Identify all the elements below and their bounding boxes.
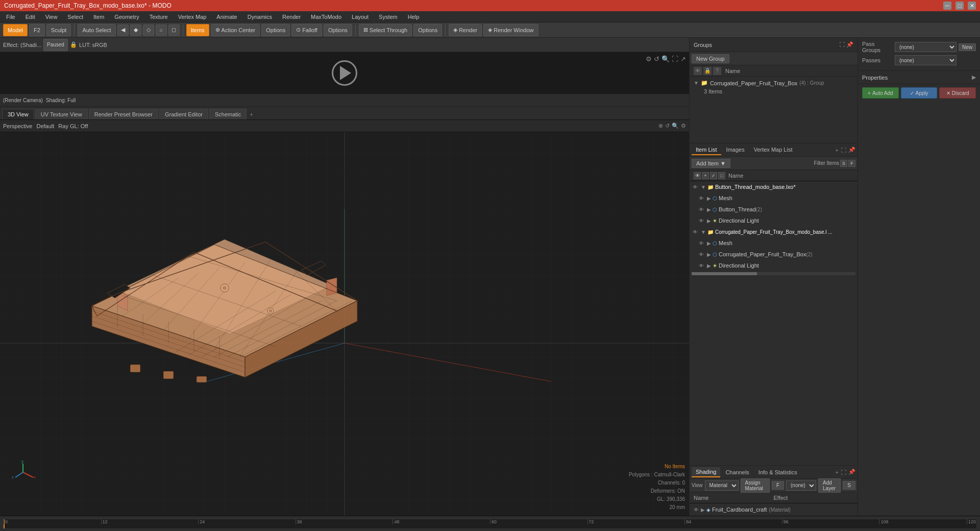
tool-icon-1[interactable]: ◀ (117, 25, 129, 36)
shading-pin-icon[interactable]: 📌 (848, 469, 855, 475)
new-group-btn[interactable]: New Group (692, 54, 729, 63)
items-btn[interactable]: Items (186, 24, 209, 36)
item-row[interactable]: 👁 ▼ 📁 Button_Thread_modo_base.lxo* (690, 181, 857, 192)
menu-texture[interactable]: Texture (145, 13, 172, 21)
tab-renderpresetbrowser[interactable]: Render Preset Browser (89, 109, 158, 119)
menu-render[interactable]: Render (278, 13, 305, 21)
new-pass-btn[interactable]: New (959, 43, 976, 51)
tab-shading[interactable]: Shading (692, 467, 720, 477)
settings-icon[interactable]: ⚙ (646, 55, 652, 63)
search-icon[interactable]: 🔍 (662, 55, 670, 63)
item-row[interactable]: 👁 ▶ ⬡ Corrugated_Paper_Fruit_Tray_Box (2… (696, 249, 857, 260)
filter-select[interactable]: (none) (786, 480, 816, 491)
item-list-pin-icon[interactable]: 📌 (848, 147, 855, 153)
vp-refresh-icon[interactable]: ↺ (665, 123, 670, 129)
add-layer-btn[interactable]: Add Layer (818, 478, 841, 493)
tool-icon-3[interactable]: ◇ (143, 25, 154, 36)
options-btn-3[interactable]: Options (413, 24, 442, 36)
item-list-scrollbar[interactable] (692, 272, 855, 275)
menu-system[interactable]: System (375, 13, 402, 21)
apply-btn[interactable]: ✓ Apply (901, 87, 938, 99)
tool-icon-2[interactable]: ◆ (130, 25, 141, 36)
raygl-label[interactable]: Ray GL: Off (58, 123, 88, 129)
minimize-btn[interactable]: ─ (943, 2, 951, 10)
tab-channels[interactable]: Channels (721, 468, 753, 477)
menu-select[interactable]: Select (63, 13, 87, 21)
menu-edit[interactable]: Edit (21, 13, 39, 21)
filter-s-btn[interactable]: S (840, 160, 847, 167)
groups-expand-icon[interactable]: ⛶ (839, 41, 845, 48)
popout-icon[interactable]: ↗ (680, 55, 686, 63)
vp-settings-icon[interactable]: ⚙ (681, 123, 686, 129)
tool-icon-4[interactable]: ○ (156, 25, 167, 36)
item-row[interactable]: 👁 ▶ ☀ Directional Light (696, 215, 857, 226)
menu-layout[interactable]: Layout (348, 13, 373, 21)
render-btn[interactable]: ◈ Render (449, 24, 482, 36)
filter-s-btn-shading[interactable]: F (772, 481, 784, 490)
pass-groups-select[interactable]: (none) (895, 42, 957, 52)
timeline-track[interactable]: 0 12 24 36 48 60 72 84 96 108 120 (3, 519, 977, 529)
group-item[interactable]: ▼ 📁 Corrugated_Paper_Fruit_Tray_Box (4) … (692, 79, 855, 87)
filter-f-btn[interactable]: F (848, 160, 855, 167)
menu-item[interactable]: Item (89, 13, 108, 21)
options-btn-2[interactable]: Options (324, 24, 352, 36)
tab-gradienteditor[interactable]: Gradient Editor (159, 109, 208, 119)
play-button[interactable] (332, 60, 357, 86)
menu-view[interactable]: View (41, 13, 62, 21)
shading-s-btn[interactable]: S (843, 481, 855, 490)
menu-animate[interactable]: Animate (212, 13, 241, 21)
item-row[interactable]: 👁 ▼ 📁 Corrugated_Paper_Fruit_Tray_Box_mo… (690, 226, 857, 237)
item-row[interactable]: 👁 ▶ ☀ Directional Light (696, 260, 857, 271)
perspective-label[interactable]: Perspective (3, 123, 32, 129)
menu-help[interactable]: Help (404, 13, 424, 21)
item-list-expand-icon[interactable]: + (836, 147, 839, 153)
refresh-icon[interactable]: ↺ (654, 55, 659, 63)
render-window-btn[interactable]: ◈ Render Window (483, 24, 538, 36)
shading-row[interactable]: 👁 ▶ ◈ Fruit_Cardboard_craft (Material) (690, 503, 857, 516)
item-row[interactable]: 👁 ▶ ⬡ Mesh (696, 192, 857, 204)
item-row[interactable]: 👁 ▶ ⬡ Button_Thread (2) (696, 204, 857, 215)
tab-uvtextureview[interactable]: UV Texture View (35, 109, 88, 119)
maximize-btn[interactable]: □ (955, 2, 964, 10)
tool-icon-5[interactable]: ◻ (168, 25, 180, 36)
falloff-btn[interactable]: ⊙ Falloff (291, 24, 322, 36)
tab-schematic[interactable]: Schematic (209, 109, 247, 119)
mode-model-btn[interactable]: Model (3, 24, 28, 36)
properties-expand-icon[interactable]: ▶ (972, 74, 976, 81)
menu-maxtomodo[interactable]: MaxToModo (307, 13, 346, 21)
menu-file[interactable]: File (2, 13, 19, 21)
shading-expand-icon[interactable]: + (836, 469, 839, 475)
view-select[interactable]: Material (705, 480, 739, 491)
menu-dynamics[interactable]: Dynamics (243, 13, 276, 21)
select-through-btn[interactable]: ⊠ Select Through (359, 24, 412, 36)
auto-add-btn[interactable]: + Auto Add (862, 87, 899, 99)
auto-select-btn[interactable]: Auto Select (78, 24, 115, 36)
discard-btn[interactable]: ✕ Discard (939, 87, 976, 99)
mode-sculpt-btn[interactable]: Sculpt (46, 24, 71, 36)
tab-3dview[interactable]: 3D View (2, 109, 34, 119)
tab-images[interactable]: Images (722, 145, 749, 155)
close-btn[interactable]: ✕ (968, 2, 976, 10)
groups-pin-icon[interactable]: 📌 (846, 41, 853, 48)
shading-popout-icon[interactable]: ⛶ (841, 469, 846, 475)
add-tab-btn[interactable]: + (248, 109, 255, 119)
item-list-popout-icon[interactable]: ⛶ (841, 147, 846, 153)
viewport-inner[interactable]: x z y No Items Polygons : Catmull-Clark … (0, 132, 689, 516)
mode-f2-btn[interactable]: F2 (29, 24, 45, 36)
vp-search-icon[interactable]: 🔍 (672, 123, 679, 129)
passes-select[interactable]: (none) (895, 55, 957, 65)
fullscreen-icon[interactable]: ⛶ (672, 55, 678, 63)
menu-vertexmap[interactable]: Vertex Map (174, 13, 211, 21)
paused-btn[interactable]: Paused (43, 39, 68, 51)
default-label[interactable]: Default (36, 123, 54, 129)
vp-snap-icon[interactable]: ⊕ (658, 123, 663, 129)
tab-vertex-map[interactable]: Vertex Map List (750, 145, 797, 155)
tab-item-list[interactable]: Item List (692, 145, 721, 155)
options-btn-1[interactable]: Options (261, 24, 290, 36)
menu-geometry[interactable]: Geometry (110, 13, 143, 21)
add-item-btn[interactable]: Add Item ▼ (692, 159, 730, 168)
tab-info-statistics[interactable]: Info & Statistics (754, 468, 801, 477)
item-row[interactable]: 👁 ▶ ⬡ Mesh (696, 237, 857, 249)
assign-material-btn[interactable]: Assign Material (741, 478, 770, 493)
action-center-btn[interactable]: ⊕ Action Center (211, 24, 260, 36)
